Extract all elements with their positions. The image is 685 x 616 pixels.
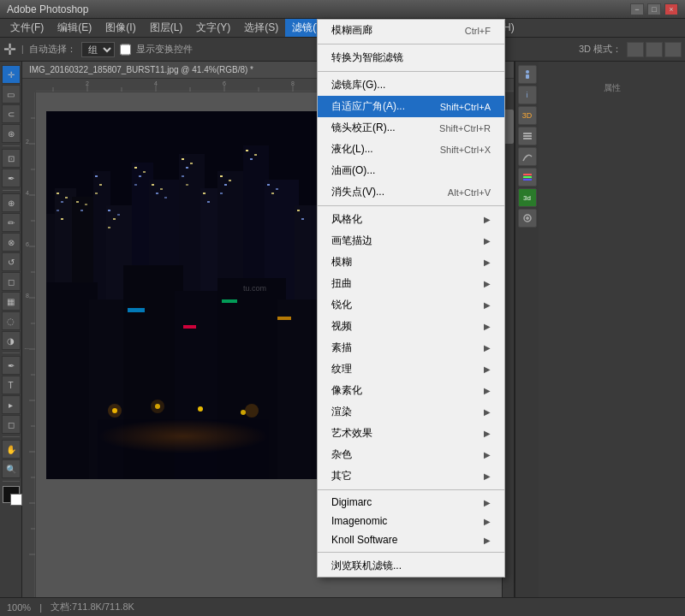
menu-item-texture[interactable]: 纹理 ▶ — [318, 358, 504, 380]
filter-dropdown-menu: 模糊画廊 Ctrl+F 转换为智能滤镜 滤镜库(G)... 自适应广角(A)..… — [317, 19, 505, 578]
tool-sep-4 — [3, 436, 20, 437]
panel-3d-top-icon[interactable]: 3D — [518, 106, 537, 125]
menu-item-artistic[interactable]: 艺术效果 ▶ — [318, 423, 504, 444]
tool-quick-select[interactable]: ⊛ — [2, 124, 21, 143]
menu-item-digimarc[interactable]: Digimarc ▶ — [318, 493, 504, 512]
tool-hand[interactable]: ✋ — [2, 440, 21, 459]
svg-rect-69 — [134, 167, 137, 169]
panel-info-icon[interactable]: i — [518, 86, 537, 104]
menu-text[interactable]: 文字(Y) — [189, 19, 237, 37]
menu-item-imagenomic[interactable]: Imagenomic ▶ — [318, 512, 504, 530]
menu-sep-3 — [318, 205, 504, 206]
menu-select[interactable]: 选择(S) — [237, 19, 285, 37]
menu-item-convert-smart[interactable]: 转换为智能滤镜 — [318, 47, 504, 68]
auto-select-dropdown[interactable]: 组 — [81, 42, 115, 57]
tool-brush[interactable]: ✏ — [2, 213, 21, 232]
menu-item-browse-online[interactable]: 浏览联机滤镜... — [318, 555, 504, 577]
menu-item-warp[interactable]: 扭曲 ▶ — [318, 273, 504, 294]
tool-lasso[interactable]: ⊂ — [2, 104, 21, 123]
tool-dodge[interactable]: ◑ — [2, 331, 21, 350]
svg-rect-58 — [61, 218, 63, 220]
3d-zoom-btn[interactable] — [664, 42, 682, 57]
svg-rect-56 — [65, 197, 68, 198]
menu-sep-2 — [318, 71, 504, 72]
tool-crop[interactable]: ⊡ — [2, 149, 21, 168]
show-transform-checkbox[interactable] — [120, 42, 131, 57]
menu-item-liquify[interactable]: 液化(L)... Shift+Ctrl+X — [318, 139, 504, 160]
menu-item-oil-paint[interactable]: 油画(O)... — [318, 160, 504, 181]
svg-rect-61 — [85, 204, 87, 205]
panel-attributes-icon[interactable] — [518, 65, 537, 84]
svg-rect-112 — [183, 325, 196, 329]
panel-3d-bottom-icon[interactable]: 3d — [518, 188, 537, 207]
svg-rect-91 — [267, 184, 270, 186]
3d-rotate-btn[interactable] — [627, 42, 644, 57]
tool-move[interactable]: ✛ — [2, 65, 21, 84]
menu-item-brush-strokes[interactable]: 画笔描边 ▶ — [318, 230, 504, 252]
menu-layer[interactable]: 图层(L) — [143, 19, 190, 37]
tool-shape[interactable]: ◻ — [2, 415, 21, 434]
panel-channels-icon[interactable] — [518, 168, 537, 187]
3d-pan-btn[interactable] — [646, 42, 663, 57]
svg-rect-68 — [108, 227, 110, 228]
menu-item-filter-library[interactable]: 滤镜库(G)... — [318, 74, 504, 96]
foreground-color[interactable] — [3, 486, 20, 503]
tool-gradient[interactable]: ▦ — [2, 292, 21, 311]
right-panel: i 3D — [514, 62, 685, 597]
svg-rect-119 — [523, 135, 532, 137]
panel-layers-icon[interactable] — [518, 127, 537, 145]
menu-item-other[interactable]: 其它 ▶ — [318, 465, 504, 487]
close-button[interactable]: × — [664, 3, 678, 15]
menu-item-pixelate[interactable]: 像素化 ▶ — [318, 380, 504, 401]
svg-rect-73 — [152, 184, 154, 186]
menu-item-distort[interactable]: 模糊 ▶ — [318, 252, 504, 273]
status-bar: 100% | 文档:711.8K/711.8K — [0, 597, 685, 616]
svg-point-107 — [151, 400, 164, 413]
tool-heal[interactable]: ⊕ — [2, 193, 21, 212]
menu-item-noise[interactable]: 杂色 ▶ — [318, 444, 504, 465]
menu-item-filter-gallery[interactable]: 模糊画廊 Ctrl+F — [318, 20, 504, 41]
tool-select-rect[interactable]: ▭ — [2, 85, 21, 104]
menu-item-sketch[interactable]: 素描 ▶ — [318, 337, 504, 358]
panel-paths-icon[interactable] — [518, 147, 537, 166]
tool-eraser[interactable]: ◻ — [2, 272, 21, 291]
tool-pen[interactable]: ✒ — [2, 356, 21, 375]
menu-file[interactable]: 文件(F) — [3, 19, 51, 37]
svg-rect-67 — [117, 214, 120, 216]
svg-rect-77 — [182, 158, 184, 160]
svg-rect-101 — [277, 299, 320, 479]
svg-rect-120 — [523, 133, 532, 134]
svg-rect-74 — [156, 192, 158, 194]
menu-item-stylize[interactable]: 风格化 ▶ — [318, 209, 504, 230]
menu-item-knoll[interactable]: Knoll Software ▶ — [318, 530, 504, 549]
svg-rect-90 — [254, 154, 257, 156]
menu-item-adaptive-wide[interactable]: 自适应广角(A)... Shift+Ctrl+A — [318, 96, 504, 117]
svg-rect-117 — [526, 74, 529, 79]
menu-edit[interactable]: 编辑(E) — [51, 19, 98, 37]
menu-item-sharpen[interactable]: 锐化 ▶ — [318, 294, 504, 316]
tool-sep-5 — [3, 481, 20, 482]
tool-text[interactable]: T — [2, 376, 21, 394]
move-tool-icon[interactable]: ✛ — [3, 40, 16, 59]
menu-item-lens-correction[interactable]: 镜头校正(R)... Shift+Ctrl+R — [318, 117, 504, 139]
maximize-button[interactable]: □ — [647, 3, 661, 15]
minimize-button[interactable]: − — [630, 3, 644, 15]
window-controls: − □ × — [630, 3, 678, 15]
tool-eyedropper[interactable]: ✒ — [2, 169, 21, 187]
tool-zoom[interactable]: 🔍 — [2, 459, 21, 478]
canvas-image: tu.com — [46, 111, 320, 479]
svg-text:2: 2 — [86, 80, 89, 86]
menu-item-vanishing-point[interactable]: 消失点(V)... Alt+Ctrl+V — [318, 181, 504, 203]
svg-point-116 — [526, 70, 529, 74]
panel-extra-icon[interactable] — [518, 209, 537, 228]
tool-history-brush[interactable]: ↺ — [2, 252, 21, 271]
menu-image[interactable]: 图像(I) — [98, 19, 142, 37]
tool-clone[interactable]: ⊗ — [2, 233, 21, 252]
menu-item-video[interactable]: 视频 ▶ — [318, 316, 504, 337]
svg-rect-76 — [164, 197, 167, 198]
background-color[interactable] — [10, 494, 22, 506]
tool-path-select[interactable]: ▸ — [2, 395, 21, 414]
tool-blur[interactable]: ◌ — [2, 311, 21, 330]
svg-rect-92 — [271, 192, 274, 194]
menu-item-render[interactable]: 渲染 ▶ — [318, 401, 504, 423]
